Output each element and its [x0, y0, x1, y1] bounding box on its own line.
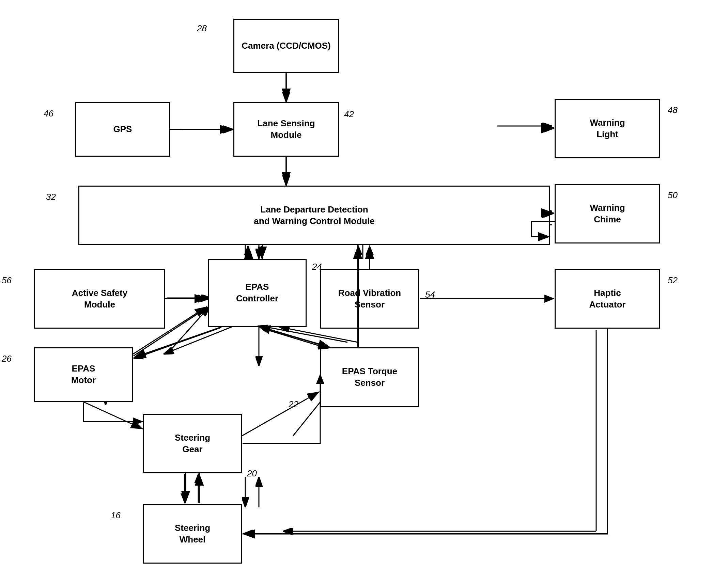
warning-light-box: WarningLight — [555, 99, 660, 158]
lane-sensing-box: Lane SensingModule — [233, 102, 339, 157]
steering-gear-box: SteeringGear — [143, 414, 242, 473]
epas-torque-box: EPAS TorqueSensor — [320, 347, 419, 407]
epas-controller-box: EPASController — [208, 259, 307, 327]
epas-motor-box: EPASMotor — [34, 347, 133, 402]
lane-sensing-label: 42 — [344, 109, 354, 120]
epas-motor-label: 26 — [2, 353, 12, 364]
gps-label: 46 — [44, 108, 53, 119]
road-vibration-box: Road VibrationSensor — [320, 269, 419, 329]
gps-box: GPS — [75, 102, 170, 157]
warning-chime-box: WarningChime — [555, 184, 660, 243]
camera-label: 28 — [197, 23, 207, 34]
camera-box: Camera (CCD/CMOS) — [233, 19, 339, 73]
steering-wheel-box: SteeringWheel — [143, 504, 242, 564]
lane-departure-label: 32 — [46, 192, 56, 202]
diagram-container: Camera (CCD/CMOS) 28 Lane SensingModule … — [0, 0, 728, 583]
warning-light-label: 48 — [668, 105, 678, 115]
warning-chime-label: 50 — [668, 190, 678, 201]
road-vibration-label: 54 — [425, 289, 435, 300]
svg-line-14 — [279, 327, 358, 342]
haptic-actuator-label: 52 — [668, 275, 678, 286]
svg-line-16 — [167, 306, 210, 354]
steering-wheel-label: 16 — [111, 510, 121, 521]
lane-departure-box: Lane Departure Detectionand Warning Cont… — [78, 186, 550, 245]
active-safety-label: 56 — [2, 275, 12, 286]
epas-torque-label: 22 — [289, 399, 298, 410]
active-safety-box: Active SafetyModule — [34, 269, 165, 329]
haptic-actuator-box: HapticActuator — [555, 269, 660, 329]
steering-gear-label: 20 — [247, 468, 257, 479]
svg-line-12 — [266, 327, 347, 342]
svg-line-17 — [164, 327, 232, 354]
